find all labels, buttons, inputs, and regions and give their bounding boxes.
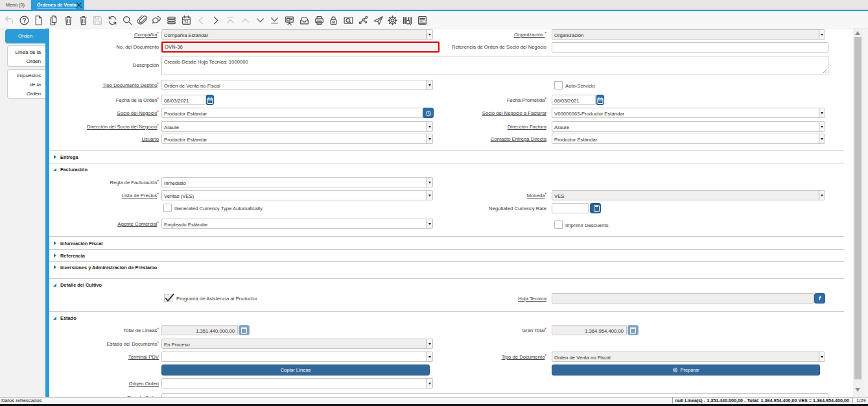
svg-text:31: 31 bbox=[184, 19, 189, 23]
